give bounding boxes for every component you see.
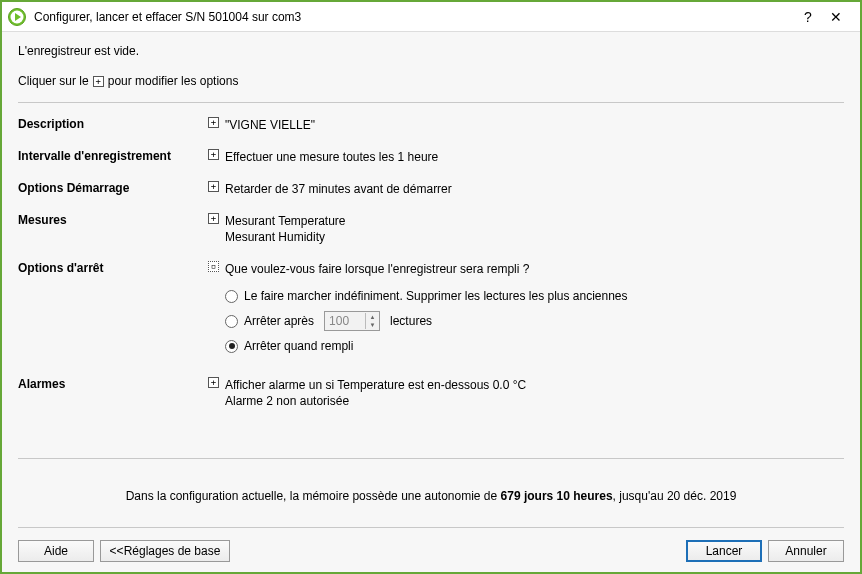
footer-prefix: Dans la configuration actuelle, la mémoi… bbox=[126, 489, 501, 503]
option-stop-when-full: Arrêter quand rempli bbox=[225, 339, 628, 353]
label-measures: Mesures bbox=[18, 213, 208, 227]
expand-measures[interactable]: + bbox=[208, 213, 219, 224]
value-measures-1: Mesurant Temperature bbox=[225, 213, 346, 229]
stop-question: Que voulez-vous faire lorsque l'enregist… bbox=[225, 261, 529, 277]
footer-duration: 679 jours 10 heures bbox=[501, 489, 613, 503]
instruction-prefix: Cliquer sur le bbox=[18, 74, 89, 88]
expand-start[interactable]: + bbox=[208, 181, 219, 192]
row-alarms: Alarmes + Afficher alarme un si Temperat… bbox=[18, 377, 844, 409]
value-start: Retarder de 37 minutes avant de démarrer bbox=[225, 181, 452, 197]
label-stop: Options d'arrêt bbox=[18, 261, 208, 275]
radio-stop-when-full[interactable] bbox=[225, 340, 238, 353]
readings-count-input[interactable] bbox=[325, 312, 365, 330]
option-run-forever: Le faire marcher indéfiniment. Supprimer… bbox=[225, 289, 628, 303]
play-icon bbox=[8, 8, 26, 26]
value-alarms-2: Alarme 2 non autorisée bbox=[225, 393, 526, 409]
readings-spinner[interactable]: ▲▼ bbox=[365, 313, 379, 329]
row-interval: Intervalle d'enregistrement + Effectuer … bbox=[18, 149, 844, 165]
help-button[interactable]: Aide bbox=[18, 540, 94, 562]
expand-description[interactable]: + bbox=[208, 117, 219, 128]
value-description: "VIGNE VIELLE" bbox=[225, 117, 315, 133]
collapse-stop[interactable]: ▫ bbox=[208, 261, 219, 272]
value-alarms-1: Afficher alarme un si Temperature est en… bbox=[225, 377, 526, 393]
launch-button[interactable]: Lancer bbox=[686, 540, 762, 562]
option-stop-after-prefix: Arrêter après bbox=[244, 314, 314, 328]
option-stop-when-full-label: Arrêter quand rempli bbox=[244, 339, 353, 353]
expand-interval[interactable]: + bbox=[208, 149, 219, 160]
row-stop: Options d'arrêt ▫ Que voulez-vous faire … bbox=[18, 261, 844, 361]
instruction-line: Cliquer sur le + pour modifier les optio… bbox=[18, 74, 844, 88]
label-start: Options Démarrage bbox=[18, 181, 208, 195]
status-text: L'enregistreur est vide. bbox=[18, 44, 844, 58]
separator bbox=[18, 102, 844, 103]
instruction-suffix: pour modifier les options bbox=[108, 74, 239, 88]
footer-summary: Dans la configuration actuelle, la mémoi… bbox=[18, 473, 844, 527]
value-measures-2: Mesurant Humidity bbox=[225, 229, 346, 245]
stop-options: Le faire marcher indéfiniment. Supprimer… bbox=[225, 289, 628, 361]
label-description: Description bbox=[18, 117, 208, 131]
radio-run-forever[interactable] bbox=[225, 290, 238, 303]
readings-count-field[interactable]: ▲▼ bbox=[324, 311, 380, 331]
separator bbox=[18, 458, 844, 459]
label-interval: Intervalle d'enregistrement bbox=[18, 149, 208, 163]
option-stop-after-suffix: lectures bbox=[390, 314, 432, 328]
option-run-forever-label: Le faire marcher indéfiniment. Supprimer… bbox=[244, 289, 628, 303]
row-description: Description + "VIGNE VIELLE" bbox=[18, 117, 844, 133]
expand-icon: + bbox=[93, 76, 104, 87]
title-bar: Configurer, lancer et effacer S/N 501004… bbox=[2, 2, 860, 32]
label-alarms: Alarmes bbox=[18, 377, 208, 391]
row-start: Options Démarrage + Retarder de 37 minut… bbox=[18, 181, 844, 197]
row-measures: Mesures + Mesurant Temperature Mesurant … bbox=[18, 213, 844, 245]
close-icon[interactable]: ✕ bbox=[822, 9, 850, 25]
footer-suffix: , jusqu'au 20 déc. 2019 bbox=[613, 489, 737, 503]
expand-alarms[interactable]: + bbox=[208, 377, 219, 388]
button-bar: Aide <<Réglages de base Lancer Annuler bbox=[18, 528, 844, 572]
radio-stop-after[interactable] bbox=[225, 315, 238, 328]
help-icon[interactable]: ? bbox=[794, 9, 822, 25]
option-stop-after: Arrêter après ▲▼ lectures bbox=[225, 311, 628, 331]
window-title: Configurer, lancer et effacer S/N 501004… bbox=[34, 10, 794, 24]
basic-settings-button[interactable]: <<Réglages de base bbox=[100, 540, 230, 562]
value-interval: Effectuer une mesure toutes les 1 heure bbox=[225, 149, 438, 165]
cancel-button[interactable]: Annuler bbox=[768, 540, 844, 562]
